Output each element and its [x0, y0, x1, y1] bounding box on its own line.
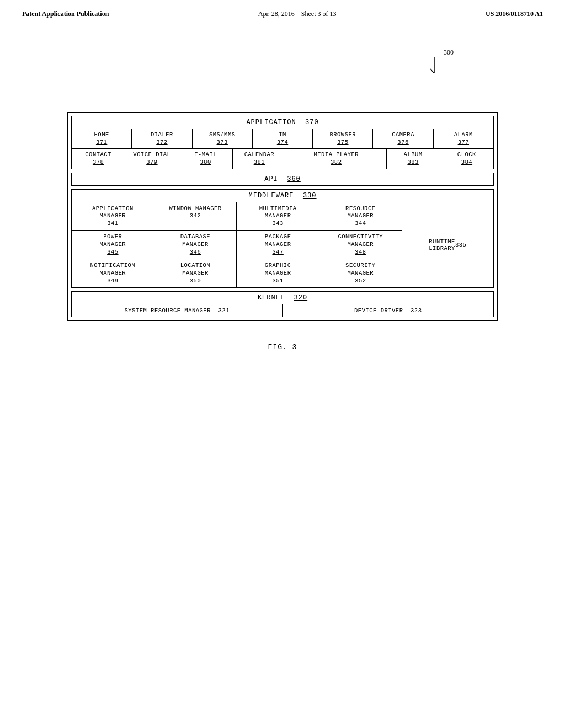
- app-cell-clock: CLOCK 384: [440, 149, 493, 168]
- kernel-title: KERNEL 320: [72, 292, 493, 304]
- mw-cell-windowmanager: WINDOW MANAGER342: [154, 202, 237, 231]
- kernel-row: SYSTEM RESOURCE MANAGER 321 DEVICE DRIVE…: [72, 304, 493, 317]
- mw-cell-graphicmanager: GRAPHICMANAGER351: [237, 259, 319, 287]
- mw-cell-locationmanager: LOCATIONMANAGER350: [154, 259, 237, 287]
- middleware-row-3: NOTIFICATIONMANAGER349 LOCATIONMANAGER35…: [72, 259, 402, 287]
- application-section: APPLICATION 370 HOME 371 DIALER 372 SMS/…: [71, 116, 494, 169]
- app-cell-voicedial: VOICE DIAL 379: [125, 149, 179, 168]
- figure-caption: FIG. 3: [268, 343, 297, 351]
- app-cell-album: ALBUM 383: [387, 149, 440, 168]
- middleware-section: MIDDLEWARE 330 APPLICATIONMANAGER341 WIN…: [71, 189, 494, 288]
- middleware-row-1: APPLICATIONMANAGER341 WINDOW MANAGER342 …: [72, 202, 402, 231]
- api-title: API 360: [72, 173, 493, 185]
- app-cell-alarm: ALARM 377: [434, 129, 493, 148]
- app-cell-mediaplayer: MEDIA PLAYER 382: [286, 149, 387, 168]
- kernel-section: KERNEL 320 SYSTEM RESOURCE MANAGER 321 D…: [71, 291, 494, 317]
- application-title: APPLICATION 370: [72, 116, 493, 129]
- mw-cell-appmanager: APPLICATIONMANAGER341: [72, 202, 154, 231]
- app-cell-browser: BROWSER 375: [313, 129, 373, 148]
- app-cell-dialer: DIALER 372: [132, 129, 192, 148]
- app-cell-contact: CONTACT 378: [72, 149, 125, 168]
- api-section: API 360: [71, 173, 494, 186]
- patent-number: US 2016/0118710 A1: [486, 10, 543, 18]
- mw-cell-runtimelibrary: RUNTIMELIBRARY335: [402, 202, 493, 288]
- app-row-2: CONTACT 378 VOICE DIAL 379 E-MAIL 380 CA…: [72, 148, 493, 168]
- mw-cell-packagemanager: PACKAGEMANAGER347: [237, 231, 319, 259]
- sheet-info: Sheet 3 of 13: [301, 10, 337, 18]
- app-cell-home: HOME 371: [72, 129, 132, 148]
- page-header: Patent Application Publication Apr. 28, …: [0, 0, 565, 18]
- kernel-cell-devicedriver: DEVICE DRIVER 323: [283, 304, 494, 317]
- publication-date: Apr. 28, 2016: [258, 10, 295, 18]
- app-cell-camera: CAMERA 376: [373, 129, 433, 148]
- mw-cell-powermanager: POWERMANAGER345: [72, 231, 154, 259]
- diagram: APPLICATION 370 HOME 371 DIALER 372 SMS/…: [67, 112, 498, 321]
- svg-line-1: [430, 69, 434, 73]
- mw-cell-resourcemanager: RESOURCEMANAGER344: [319, 202, 402, 231]
- diagram-wrapper: 300 APPLICATION 370 HOME 371 DIALE: [67, 79, 498, 321]
- app-cell-calendar: CALENDAR 381: [233, 149, 286, 168]
- kernel-cell-systemresource: SYSTEM RESOURCE MANAGER 321: [72, 304, 283, 317]
- mw-cell-notificationmanager: NOTIFICATIONMANAGER349: [72, 259, 154, 287]
- publication-date-sheet: Apr. 28, 2016 Sheet 3 of 13: [258, 10, 337, 18]
- diagram-arrow: [426, 57, 443, 80]
- publication-label: Patent Application Publication: [22, 10, 109, 18]
- mw-cell-multimediamanager: MULTIMEDIAMANAGER343: [237, 202, 319, 231]
- middleware-grid: APPLICATIONMANAGER341 WINDOW MANAGER342 …: [72, 202, 493, 288]
- app-cell-smsmms: SMS/MMS 373: [193, 129, 253, 148]
- mw-cell-connectivitymanager: CONNECTIVITYMANAGER348: [319, 231, 402, 259]
- middleware-title: MIDDLEWARE 330: [72, 190, 493, 202]
- main-content: 300 APPLICATION 370 HOME 371 DIALE: [0, 24, 565, 368]
- app-cell-email: E-MAIL 380: [179, 149, 233, 168]
- app-cell-im: IM 374: [253, 129, 313, 148]
- mw-cell-securitymanager: SECURITYMANAGER352: [319, 259, 402, 287]
- middleware-main-grid: APPLICATIONMANAGER341 WINDOW MANAGER342 …: [72, 202, 402, 288]
- diagram-ref-label: 300: [444, 49, 454, 57]
- middleware-row-2: POWERMANAGER345 DATABASEMANAGER346 PACKA…: [72, 230, 402, 259]
- mw-cell-databasemanager: DATABASEMANAGER346: [154, 231, 237, 259]
- app-row-1: HOME 371 DIALER 372 SMS/MMS 373 IM 374: [72, 129, 493, 148]
